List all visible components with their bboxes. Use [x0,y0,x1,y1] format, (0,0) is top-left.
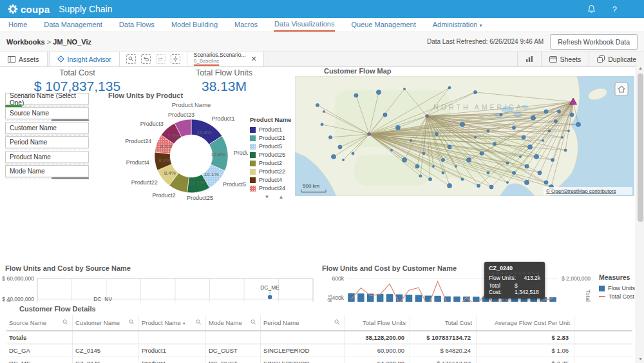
map-node[interactable] [561,136,563,138]
map-node[interactable] [461,178,464,181]
map-node[interactable] [473,90,477,93]
legend-item-flow-units[interactable]: Flow Units [599,285,635,291]
filter-period-name[interactable]: Period Name [5,136,89,148]
customer-flow-map[interactable]: NORTH AMERICA500 km© OpenStreetMap contr… [295,76,634,196]
column-header-total-cost[interactable]: Total Cost [410,315,477,330]
scatter-point-dc-me[interactable] [268,295,272,299]
map-node[interactable] [512,126,515,129]
map-node[interactable] [435,132,438,135]
map-node[interactable] [321,123,323,126]
close-tab-icon[interactable]: ✕ [251,55,257,63]
help-icon[interactable]: ? [612,5,617,14]
legend-item-product4[interactable]: Product4 [250,177,298,183]
breadcrumb-section[interactable]: Workbooks [6,38,45,46]
filter-scrollbar[interactable] [5,148,89,150]
map-hub-node[interactable] [426,115,429,118]
map-node[interactable] [383,113,387,117]
coupa-logo[interactable]: coupa [8,4,50,15]
zoom-selection-icon[interactable] [126,54,136,64]
map-node[interactable] [331,154,336,159]
legend-scroll-up-icon[interactable]: ▲ [279,194,284,200]
map-node[interactable] [442,172,444,174]
search-icon[interactable] [196,319,202,326]
nav-item-administration[interactable]: Administration▾ [432,19,483,31]
map-home-button[interactable] [615,83,628,95]
refresh-workbook-button[interactable]: Refresh Workbook Data [550,34,638,50]
map-node[interactable] [522,135,526,139]
column-header-period-name[interactable]: Period Name [261,315,345,330]
column-header-source-name[interactable]: Source Name [6,315,73,330]
legend-item-product22[interactable]: Product22 [250,168,298,175]
legend-item-product21[interactable]: Product21 [250,135,298,141]
sheet-settings-icon[interactable] [171,54,180,64]
map-node[interactable] [441,158,444,161]
legend-item-product25[interactable]: Product25 [250,152,298,158]
map-node[interactable] [538,171,542,175]
nav-item-queue-management[interactable]: Queue Management [350,19,416,31]
column-header-total-flow-units[interactable]: Total Flow Units [345,315,410,330]
search-icon[interactable] [251,319,256,326]
page-scrollbar[interactable]: ▲ ▼ [636,64,644,363]
map-node[interactable] [428,177,431,181]
assets-button[interactable]: Assets [0,52,48,66]
map-node[interactable] [557,110,560,113]
legend-item-product1[interactable]: Product1 [250,126,298,133]
chart-view-button[interactable] [517,52,541,66]
redo-icon[interactable] [156,54,166,64]
nav-item-data-visualizations[interactable]: Data Visualizations [274,18,335,32]
sheets-button[interactable]: Sheets [541,52,589,66]
scrollbar-thumb[interactable] [638,74,643,222]
map-node[interactable] [448,86,451,89]
breadcrumb[interactable]: Workbooks > JM_NO_Viz [6,38,91,46]
map-node[interactable] [316,103,319,106]
search-icon[interactable] [129,319,135,326]
legend-item-product2[interactable]: Product2 [250,160,298,166]
scroll-up-icon[interactable]: ▲ [636,64,644,72]
nav-item-home[interactable]: Home [8,19,28,31]
map-node[interactable] [534,154,538,159]
map-node[interactable] [415,164,419,168]
map-node[interactable] [512,171,515,174]
legend-item-total-cost[interactable]: Total Cost [599,293,635,300]
filter-scrollbar[interactable] [5,119,89,121]
notifications-bell-icon[interactable] [587,5,596,14]
map-node[interactable] [354,93,358,97]
filter-scrollbar[interactable] [5,177,89,179]
map-node[interactable] [551,158,554,161]
column-header-average-flow-cost-per-unit[interactable]: Average Flow Cost Per Unit [477,315,574,330]
map-attribution[interactable]: © OpenStreetMap contributors [546,188,616,194]
map-node[interactable] [352,152,354,155]
map-node[interactable] [567,130,569,132]
filter-source-name[interactable]: Source Name [5,107,89,119]
nav-item-macros[interactable]: Macros [234,19,258,31]
map-node[interactable] [323,110,325,112]
map-node[interactable] [487,172,489,174]
map-node[interactable] [487,130,489,132]
map-node[interactable] [525,164,529,168]
filter-scroll-thumb[interactable] [52,119,89,121]
map-node[interactable] [570,113,574,117]
map-node[interactable] [447,183,451,188]
map-node[interactable] [448,145,451,149]
map-node[interactable] [390,149,392,151]
legend-scroll-down-icon[interactable]: ▼ [265,194,270,200]
map-node[interactable] [493,142,496,145]
filter-mode-name[interactable]: Mode Name [5,165,89,177]
nav-item-data-management[interactable]: Data Management [43,19,103,31]
map-node[interactable] [403,88,405,90]
legend-item-product5[interactable]: Product5 [250,143,298,150]
map-node[interactable] [542,139,544,141]
map-node[interactable] [506,162,509,164]
filter-customer-name[interactable]: Customer Name [5,122,89,134]
map-node[interactable] [376,90,381,94]
map-node[interactable] [519,155,521,157]
map-node[interactable] [576,122,580,126]
filter-scenario-name-select-one-[interactable]: Scenario Name (Select One) [5,93,89,105]
sheet-tab-scenarios[interactable]: Scenarios.Scenario... 0_Baseline ✕ [187,52,264,66]
map-node[interactable] [342,159,344,161]
map-node[interactable] [402,157,406,162]
map-node[interactable] [564,149,567,152]
undo-icon[interactable] [141,54,151,64]
map-hub-node[interactable] [368,133,371,136]
map-node[interactable] [422,152,425,155]
